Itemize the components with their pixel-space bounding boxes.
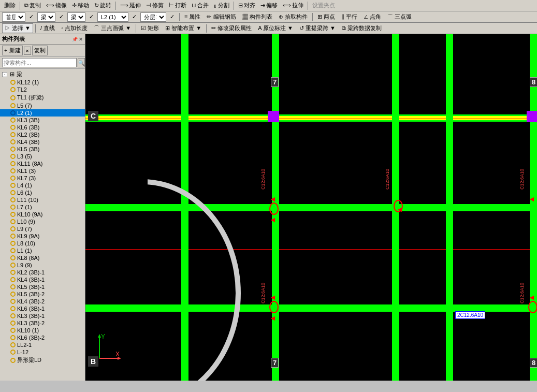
- copy-data-btn[interactable]: ⧉ 梁跨数据复制: [339, 23, 384, 33]
- tree-item-kl2-1[interactable]: KL2 (3B)-1: [0, 269, 85, 276]
- tree-item-kl4-2[interactable]: KL4 (3B)-2: [0, 298, 85, 305]
- component-icon: [10, 321, 16, 326]
- tree-item-kl5-1[interactable]: KL5 (3B)-1: [0, 283, 85, 291]
- sep8: [136, 24, 136, 33]
- tree-item-kl9[interactable]: KL9 (9A): [0, 233, 85, 240]
- tree-item-kl12[interactable]: KL12 (1): [0, 79, 85, 86]
- copy-btn[interactable]: ⧉ 复制: [22, 1, 43, 10]
- component-icon: [10, 147, 16, 152]
- component-icon: [10, 306, 16, 311]
- merge-btn[interactable]: ⊔ 合并: [190, 1, 211, 10]
- mirror-btn[interactable]: ⟺ 镜像: [44, 1, 69, 10]
- tree-item-tl1[interactable]: TL1 (折梁): [0, 93, 85, 102]
- property-btn[interactable]: ≡ 属性: [182, 12, 203, 22]
- align-btn[interactable]: ⊟ 对齐: [236, 1, 257, 10]
- offset-btn[interactable]: ⇥ 偏移: [258, 1, 280, 10]
- set-grip-btn[interactable]: 设置夹点: [310, 1, 337, 10]
- tree-item-l10[interactable]: L10 (9): [0, 218, 85, 225]
- tree-item-l8[interactable]: L8 (10): [0, 240, 85, 247]
- modify-segment-btn[interactable]: ✏ 修改梁段属性: [209, 23, 254, 33]
- tree-item-kl5-2[interactable]: KL5 (3B)-2: [0, 291, 85, 298]
- level-select[interactable]: 首层: [2, 12, 25, 22]
- two-point-btn[interactable]: ⊞ 两点: [315, 12, 338, 22]
- stretch-btn[interactable]: ⟺ 拉伸: [281, 1, 306, 10]
- id-check[interactable]: ✓: [129, 12, 139, 21]
- three-arc-btn[interactable]: ⌒ 三点弧: [385, 12, 414, 22]
- rotate-btn[interactable]: ↻ 旋转: [92, 1, 113, 10]
- tree-item-l11[interactable]: L11 (10): [0, 196, 85, 204]
- axis-c-label: C: [88, 111, 98, 121]
- select-btn[interactable]: ▷ 选择 ▼: [2, 23, 33, 33]
- tree-item-l9-9[interactable]: L9 (9): [0, 262, 85, 269]
- component-icon: [10, 139, 16, 144]
- tree-item-l3[interactable]: L3 (5): [0, 153, 85, 160]
- tree-item-ll2[interactable]: LL2-1: [0, 341, 85, 349]
- original-annotation-btn[interactable]: A 原位标注 ▼: [255, 23, 296, 33]
- tree-item-kl10-1[interactable]: KL10 (1): [0, 327, 85, 334]
- new-component-btn[interactable]: + 新建: [2, 46, 23, 55]
- tree-item-kl5[interactable]: KL5 (3B): [0, 146, 85, 153]
- type1-select[interactable]: 梁: [37, 12, 55, 22]
- search-button[interactable]: 🔍: [78, 58, 85, 67]
- component-list-btn[interactable]: ▦ 构件列表: [240, 12, 275, 22]
- tree-root-beam[interactable]: - ⊞ 梁: [0, 70, 85, 79]
- type2-check[interactable]: ✓: [86, 12, 96, 21]
- type2-select[interactable]: 梁: [67, 12, 85, 22]
- tree-item-tl2[interactable]: TL2: [0, 86, 85, 93]
- tree-item-l12[interactable]: L-12: [0, 349, 85, 356]
- tree-item-l4[interactable]: L4 (1): [0, 182, 85, 189]
- tree-item-kl4[interactable]: KL4 (3B): [0, 138, 85, 146]
- search-input[interactable]: [2, 58, 77, 67]
- tree-item-special[interactable]: 异形梁LD: [0, 356, 85, 365]
- tree-item-kl10-9a[interactable]: KL10 (9A): [0, 211, 85, 218]
- tree-item-l9-7[interactable]: L9 (7): [0, 225, 85, 233]
- pick-component-btn[interactable]: ⊕ 拾取构件: [276, 12, 310, 22]
- three-arc-draw-btn[interactable]: ⌒ 三点画弧 ▼: [91, 23, 134, 33]
- re-extract-btn[interactable]: ↺ 重提梁跨 ▼: [297, 23, 338, 33]
- split-btn[interactable]: ⫾ 分割: [212, 1, 231, 10]
- line-btn[interactable]: / 直线: [38, 23, 57, 33]
- edit-rebar-btn[interactable]: ✏ 编辑钢筋: [204, 12, 238, 22]
- tree-item-kl11[interactable]: KL11 (8A): [0, 160, 85, 167]
- type1-check[interactable]: ✓: [56, 12, 66, 21]
- tree-item-kl8[interactable]: KL8 (8A): [0, 254, 85, 262]
- break-btn[interactable]: ⊢ 打断: [167, 1, 188, 10]
- layer-check[interactable]: ✓: [167, 12, 177, 21]
- trim-btn[interactable]: ⊣ 修剪: [144, 1, 166, 10]
- beam-icon: ⊞: [9, 71, 15, 78]
- tree-item-kl3-1[interactable]: KL3 (3B)-1: [0, 312, 85, 320]
- tooltip-annotation: 2C12.6A10: [455, 311, 485, 319]
- close-panel-btn[interactable]: ✕: [79, 37, 83, 42]
- id-select[interactable]: L2 (1): [97, 12, 128, 22]
- tree-item-kl2-3b[interactable]: KL2 (3B): [0, 131, 85, 138]
- tree-item-l5[interactable]: L5 (7): [0, 102, 85, 109]
- tree-item-l6[interactable]: L6 (1): [0, 189, 85, 196]
- left-panel: 构件列表 📌 ✕ + 新建 × 复制 🔍 - ⊞ 梁: [0, 34, 85, 381]
- tree-item-kl6-2[interactable]: KL6 (3B)-2: [0, 334, 85, 341]
- tree-item-kl1[interactable]: KL1 (3): [0, 167, 85, 175]
- move-btn[interactable]: ✛ 移动: [70, 1, 91, 10]
- canvas-area[interactable]: 7 8 7 8 C B C12:6A10 C12:6A10 C12:6A10 C…: [85, 34, 537, 381]
- layer-select[interactable]: 分层1: [140, 12, 166, 22]
- level-check[interactable]: ✓: [26, 12, 36, 21]
- tree-item-kl7[interactable]: KL7 (3): [0, 175, 85, 182]
- tree-item-l1[interactable]: L1 (1): [0, 247, 85, 254]
- point-length-btn[interactable]: ◦ 点加长度: [59, 23, 90, 33]
- parallel-btn[interactable]: ∥ 平行: [339, 12, 360, 22]
- tree-item-l2-selected[interactable]: L2 (1): [0, 109, 85, 117]
- extend-btn[interactable]: ⟹ 延伸: [118, 1, 143, 10]
- smart-layout-btn[interactable]: ⊞ 智能布置 ▼: [163, 23, 204, 33]
- tree-item-kl3[interactable]: KL3 (3B): [0, 117, 85, 124]
- delete-component-btn[interactable]: ×: [24, 47, 31, 55]
- tree-item-kl6[interactable]: KL6 (3B): [0, 124, 85, 131]
- angle-btn[interactable]: ∠ 点角: [361, 12, 384, 22]
- tree-item-l7[interactable]: L7 (1): [0, 204, 85, 211]
- delete-btn[interactable]: 删除: [2, 1, 18, 10]
- tree-item-kl6-1[interactable]: KL6 (3B)-1: [0, 305, 85, 312]
- tree-item-kl4-1[interactable]: KL4 (3B)-1: [0, 276, 85, 283]
- rect-check[interactable]: ☑ 矩形: [138, 23, 162, 33]
- tree-item-kl3-2[interactable]: KL3 (3B)-2: [0, 320, 85, 327]
- copy-component-btn[interactable]: 复制: [32, 46, 48, 55]
- sep7: [35, 24, 36, 33]
- arrow-5: ◄: [269, 293, 277, 301]
